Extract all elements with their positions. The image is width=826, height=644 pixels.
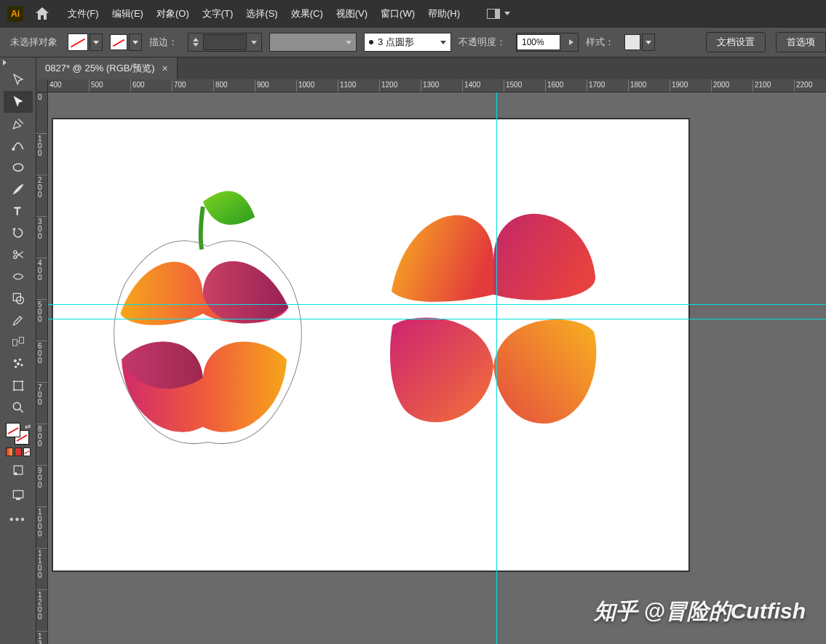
ruler-tick: 8 0 0 [36,424,47,466]
graphic-style-dropdown[interactable] [642,33,655,51]
stroke-swatch-group[interactable] [110,33,142,51]
graphic-style[interactable] [624,33,655,51]
horizontal-ruler[interactable]: 4005006007008009001000110012001300140015… [48,79,826,92]
opacity-popup-icon[interactable] [569,39,573,45]
draw-mode-tool[interactable] [4,459,33,481]
menu-item-0[interactable]: 文件(F) [61,0,106,27]
ruler-tick: 500 [90,79,131,92]
svg-point-15 [13,402,20,410]
ruler-tick: 2200 [795,79,826,92]
ruler-tick: 1 0 0 [36,134,47,175]
ruler-tick: 4 0 0 [36,258,47,300]
panel-collapse-handle[interactable] [0,57,36,68]
zoom-tool[interactable] [4,397,33,418]
edit-toolbar-button[interactable]: ••• [9,513,26,526]
paintbrush-tool[interactable] [4,178,33,200]
home-icon[interactable] [33,5,51,23]
menu-item-1[interactable]: 编辑(E) [106,0,150,27]
shape-builder-tool[interactable] [4,287,33,309]
menu-item-6[interactable]: 视图(V) [330,0,374,27]
ruler-tick: 5 0 0 [36,300,47,341]
ruler-tick: 2 0 0 [36,175,47,217]
canvas[interactable]: 知乎 @冒险的Cutfish [48,92,826,644]
scissors-tool[interactable] [4,244,33,266]
brush-definition[interactable]: 3 点圆形 [364,33,451,52]
variable-width-profile[interactable] [269,33,357,52]
brush-definition-label: 3 点圆形 [378,36,414,49]
spinner-icon[interactable] [193,38,199,47]
ruler-tick: 2100 [753,79,795,92]
svg-rect-8 [19,337,23,343]
menu-item-2[interactable]: 对象(O) [150,0,196,27]
svg-point-9 [14,359,16,362]
selection-tool[interactable] [4,69,33,91]
opacity-label: 不透明度： [458,36,506,49]
ruler-tick: 9 0 0 [36,466,47,507]
stroke-weight-field[interactable] [188,33,262,52]
control-bar: 未选择对象 描边： 3 点圆形 不透明度： 样式： 文档设置 首选项 [0,27,826,57]
horizontal-guide-upper[interactable] [48,304,826,305]
symbol-sprayer-tool[interactable] [4,353,33,375]
chevron-down-icon[interactable] [440,41,446,44]
ruler-tick: 2000 [712,79,753,92]
horizontal-guide-lower[interactable] [48,319,826,319]
chevron-down-icon [504,12,510,15]
pen-tool[interactable] [4,113,33,135]
ellipse-tool[interactable] [4,156,33,178]
artboard-tool[interactable] [4,375,33,397]
menu-item-5[interactable]: 效果(C) [285,0,330,27]
screen-mode-tool[interactable] [4,484,33,506]
svg-point-1 [13,164,23,171]
fill-color-swatch[interactable] [6,423,20,437]
ruler-tick: 600 [131,79,172,92]
opacity-input[interactable] [517,34,560,50]
svg-point-12 [20,364,23,366]
svg-rect-18 [13,490,23,498]
document-tab[interactable]: 0827* @ 25% (RGB/预览) × [36,57,178,79]
curvature-tool[interactable] [4,135,33,156]
ruler-tick: 1600 [546,79,587,92]
gradient-mode-icon[interactable] [6,448,13,456]
preferences-button[interactable]: 首选项 [776,32,826,52]
direct-selection-tool[interactable] [4,91,33,113]
ruler-tick: 800 [214,79,255,92]
ruler-tick: 1 1 0 0 [36,549,47,590]
document-setup-button[interactable]: 文档设置 [706,32,766,52]
svg-point-10 [19,359,21,361]
chevron-down-icon[interactable] [251,41,257,44]
menu-item-7[interactable]: 窗口(W) [374,0,421,27]
type-tool[interactable]: T [4,200,33,222]
stroke-weight-input[interactable] [203,34,247,50]
fill-swatch[interactable] [68,33,88,51]
swap-colors-icon[interactable]: ⇄ [25,423,31,431]
graphic-style-swatch[interactable] [624,34,640,50]
blend-tool[interactable] [4,331,33,353]
width-tool[interactable] [4,266,33,287]
ruler-tick: 1700 [587,79,629,92]
workspace-switcher[interactable] [480,9,517,19]
svg-point-17 [15,472,17,474]
stroke-dropdown[interactable] [129,33,142,51]
eyedropper-tool[interactable] [4,309,33,331]
close-icon[interactable]: × [162,63,167,74]
chevron-down-icon[interactable] [346,41,352,44]
rotate-tool[interactable] [4,222,33,244]
workspace-icon [487,9,500,19]
color-mode-icon[interactable] [15,448,22,456]
fill-stroke-color[interactable]: ⇄ [6,423,31,445]
svg-point-3 [13,251,16,254]
vertical-guide[interactable] [496,92,497,644]
menu-item-3[interactable]: 文字(T) [196,0,240,27]
vertical-ruler[interactable]: 01 0 02 0 03 0 04 0 05 0 06 0 07 0 08 0 … [36,92,48,644]
artboard [52,119,689,571]
ruler-tick: 900 [255,79,297,92]
fill-swatch-group[interactable] [68,33,103,51]
svg-point-11 [17,362,19,365]
fill-dropdown[interactable] [90,33,103,51]
menu-item-8[interactable]: 帮助(H) [421,0,466,27]
menu-item-4[interactable]: 选择(S) [239,0,284,27]
ruler-origin[interactable] [36,79,48,92]
none-mode-icon[interactable] [23,448,31,456]
stroke-swatch[interactable] [110,34,127,50]
menubar: Ai 文件(F)编辑(E)对象(O)文字(T)选择(S)效果(C)视图(V)窗口… [0,0,826,27]
